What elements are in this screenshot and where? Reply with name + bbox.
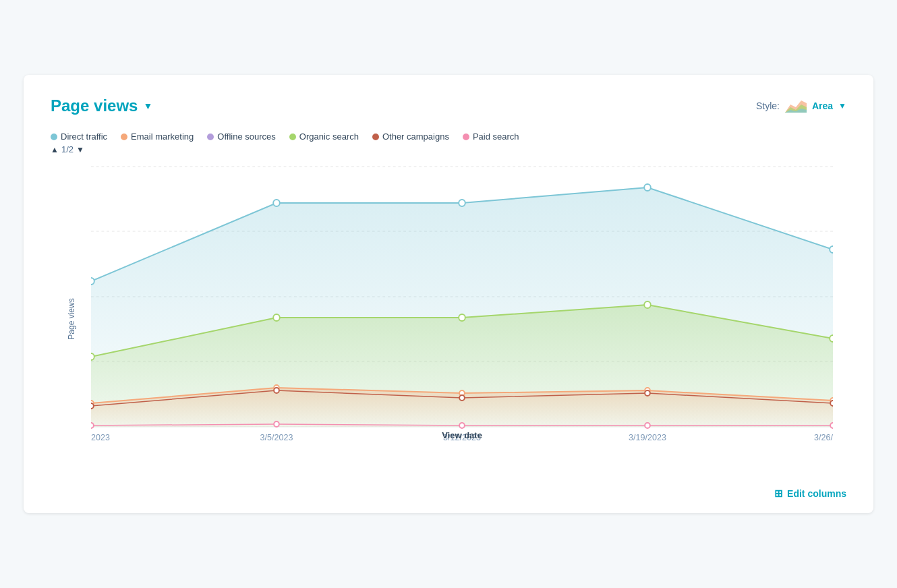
chart-container: Page views 0 250 500 750 1K: [51, 157, 846, 481]
direct-dot-3: [644, 184, 651, 191]
page-num: 1/2: [61, 144, 74, 154]
direct-dot-0: [91, 278, 94, 285]
card-header: Page views ▼ Style: Area ▼: [51, 96, 846, 115]
chart-type-dropdown-arrow[interactable]: ▼: [838, 101, 846, 111]
x-tick-1: 3/5/2023: [260, 432, 293, 440]
legend-dot-direct: [51, 134, 57, 140]
legend-dot-other: [372, 134, 379, 140]
paid-dot-0: [91, 423, 94, 428]
legend-dot-organic: [289, 134, 296, 140]
legend-item-organic: Organic search: [289, 131, 359, 142]
prev-page-arrow[interactable]: ▲: [51, 145, 59, 154]
legend-label-email: Email marketing: [131, 131, 194, 142]
other-dot-2: [459, 395, 465, 401]
paid-dot-1: [274, 421, 279, 427]
x-tick-4: 3/26/2023: [814, 432, 833, 440]
organic-dot-3: [644, 301, 651, 308]
organic-dot-4: [830, 335, 833, 342]
edit-columns-icon: ⊞: [774, 488, 783, 500]
other-dot-0: [91, 403, 94, 409]
legend-dot-offline: [207, 134, 214, 140]
edit-columns-label: Edit columns: [787, 488, 846, 499]
legend-label-offline: Offline sources: [217, 131, 275, 142]
legend-item-email: Email marketing: [121, 131, 194, 142]
paid-dot-4: [830, 423, 833, 428]
legend-label-other: Other campaigns: [382, 131, 449, 142]
chart-type-label[interactable]: Area: [812, 100, 833, 111]
title-dropdown-arrow[interactable]: ▼: [143, 100, 152, 111]
legend-item-direct: Direct traffic: [51, 131, 107, 142]
page-views-card: Page views ▼ Style: Area ▼ Direct traffi…: [24, 75, 873, 513]
other-dot-3: [645, 390, 650, 396]
direct-dot-1: [273, 200, 280, 206]
pagination-row: ▲ 1/2 ▼: [51, 144, 846, 154]
legend-label-organic: Organic search: [299, 131, 359, 142]
edit-columns-button[interactable]: ⊞ Edit columns: [774, 488, 846, 500]
paid-dot-3: [645, 423, 650, 428]
organic-dot-2: [459, 314, 465, 321]
legend-item-paid: Paid search: [463, 131, 519, 142]
legend-item-offline: Offline sources: [207, 131, 275, 142]
legend-label-direct: Direct traffic: [61, 131, 107, 142]
title-group: Page views ▼: [51, 96, 152, 115]
chart-svg: 0 250 500 750 1K: [91, 157, 833, 440]
next-page-arrow[interactable]: ▼: [76, 145, 84, 154]
direct-dot-4: [830, 246, 833, 253]
legend-dot-email: [121, 134, 127, 140]
style-group: Style: Area ▼: [756, 98, 846, 114]
x-tick-3: 3/19/2023: [629, 432, 666, 440]
other-dot-1: [274, 388, 279, 393]
other-dot-4: [830, 401, 833, 406]
x-tick-0: 2/26/2023: [91, 432, 110, 440]
style-label: Style:: [756, 100, 780, 111]
area-style-icon: [785, 98, 807, 114]
paid-dot-2: [459, 423, 465, 428]
direct-dot-2: [459, 200, 465, 206]
x-axis-label: View date: [442, 430, 482, 440]
y-axis-label: Page views: [67, 298, 76, 339]
legend-dot-paid: [463, 134, 469, 140]
organic-dot-0: [91, 353, 94, 360]
chart-area: 0 250 500 750 1K: [91, 157, 833, 440]
organic-dot-1: [273, 314, 280, 321]
legend-label-paid: Paid search: [473, 131, 519, 142]
legend-item-other: Other campaigns: [372, 131, 449, 142]
page-title: Page views: [51, 96, 138, 115]
legend: Direct traffic Email marketing Offline s…: [51, 131, 846, 142]
